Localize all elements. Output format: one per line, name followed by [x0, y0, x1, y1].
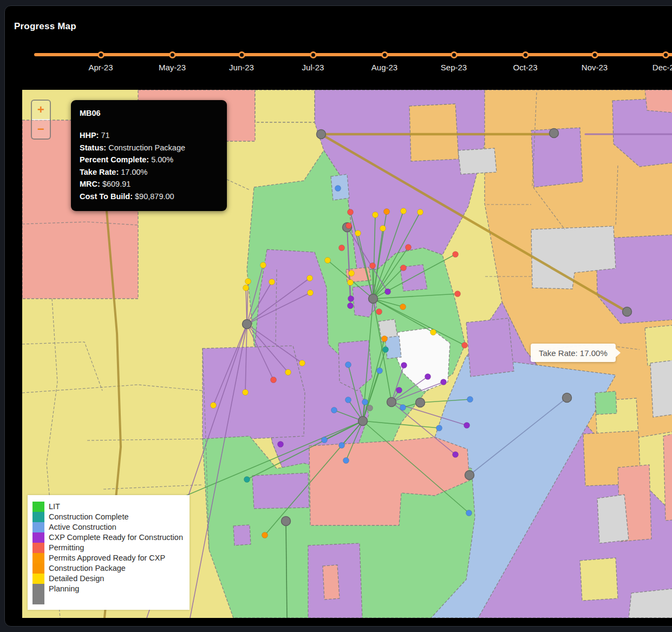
map-point[interactable]: [430, 330, 436, 335]
map-point[interactable]: [401, 208, 407, 214]
map-point[interactable]: [349, 271, 355, 276]
map-point[interactable]: [339, 245, 345, 251]
map-point[interactable]: [396, 387, 402, 393]
map-region[interactable]: [597, 495, 629, 543]
map-point[interactable]: [245, 279, 251, 285]
map-region[interactable]: [645, 325, 672, 366]
map-point[interactable]: [453, 252, 459, 258]
timeline-marker[interactable]: [310, 51, 317, 58]
map-region[interactable]: [595, 391, 617, 414]
map-point[interactable]: [376, 309, 382, 315]
map-point[interactable]: [278, 442, 284, 447]
map-region[interactable]: [255, 90, 315, 122]
map-point[interactable]: [406, 245, 412, 251]
map-point[interactable]: [373, 212, 379, 218]
map-point[interactable]: [335, 186, 341, 192]
map-hub-point[interactable]: [387, 398, 396, 407]
map-point[interactable]: [243, 285, 249, 291]
map-point[interactable]: [322, 437, 328, 443]
map-hub-point[interactable]: [369, 294, 378, 304]
map-point[interactable]: [377, 368, 383, 374]
map-point[interactable]: [348, 209, 354, 215]
map-point[interactable]: [455, 291, 461, 297]
map-point[interactable]: [243, 390, 249, 396]
map-region[interactable]: [466, 318, 514, 377]
map-point[interactable]: [453, 452, 459, 458]
map-point[interactable]: [346, 223, 352, 229]
map-point[interactable]: [348, 303, 354, 309]
map-point[interactable]: [401, 363, 407, 368]
map-hub-point[interactable]: [465, 471, 474, 480]
map-point[interactable]: [417, 209, 423, 215]
zoom-out-button[interactable]: −: [32, 119, 50, 139]
map-hub-point[interactable]: [243, 320, 252, 329]
map-point[interactable]: [436, 425, 442, 431]
map-point[interactable]: [383, 347, 389, 353]
timeline-slider-track[interactable]: [34, 53, 672, 56]
map-point[interactable]: [345, 397, 351, 403]
map-point[interactable]: [348, 296, 354, 302]
map-region[interactable]: [650, 360, 672, 417]
map-point[interactable]: [462, 343, 468, 348]
map-point[interactable]: [307, 275, 313, 281]
timeline-marker[interactable]: [591, 51, 598, 58]
map-hub-point[interactable]: [550, 129, 559, 138]
map-point[interactable]: [384, 209, 390, 215]
map-region[interactable]: [203, 346, 305, 439]
map-point[interactable]: [260, 262, 266, 268]
map-hub-point[interactable]: [282, 517, 291, 526]
map-point[interactable]: [331, 407, 337, 413]
map-point[interactable]: [345, 362, 351, 368]
map-point[interactable]: [467, 397, 473, 403]
map-region[interactable]: [645, 90, 672, 113]
map-point[interactable]: [400, 304, 406, 310]
map-point[interactable]: [382, 336, 388, 342]
map-point[interactable]: [271, 377, 277, 383]
map-point[interactable]: [285, 370, 291, 376]
map-region[interactable]: [323, 565, 340, 600]
map-hub-point[interactable]: [563, 393, 572, 403]
map-point[interactable]: [339, 443, 345, 449]
map-point[interactable]: [355, 231, 361, 236]
map-region[interactable]: [409, 104, 459, 161]
map-point[interactable]: [441, 379, 447, 385]
timeline-marker[interactable]: [238, 51, 245, 58]
timeline-marker[interactable]: [381, 51, 388, 58]
map-point[interactable]: [367, 405, 373, 411]
map-point[interactable]: [425, 374, 431, 380]
map-hub-point[interactable]: [358, 417, 368, 426]
zoom-in-button[interactable]: +: [32, 101, 50, 119]
timeline-marker[interactable]: [662, 51, 669, 58]
map-region[interactable]: [458, 148, 497, 174]
map-point[interactable]: [401, 265, 407, 271]
legend-item-label: Permits Approved Ready for CXP: [49, 553, 165, 563]
map-region[interactable]: [233, 525, 251, 545]
map-hub-point[interactable]: [317, 130, 326, 139]
map-point[interactable]: [348, 280, 354, 286]
timeline-marker[interactable]: [97, 51, 105, 58]
map-point[interactable]: [362, 399, 368, 405]
map-region[interactable]: [580, 558, 618, 601]
map-point[interactable]: [385, 289, 391, 295]
map-point[interactable]: [262, 532, 268, 538]
timeline-marker[interactable]: [522, 51, 529, 58]
map-point[interactable]: [308, 290, 314, 296]
map-hub-point[interactable]: [416, 398, 425, 407]
timeline-marker[interactable]: [451, 51, 458, 58]
legend-swatch: [32, 543, 44, 553]
map-point[interactable]: [380, 226, 386, 232]
map-point[interactable]: [370, 263, 376, 269]
map-point[interactable]: [269, 279, 275, 285]
timeline-marker[interactable]: [169, 51, 176, 58]
map-region[interactable]: [252, 473, 309, 509]
map-hub-point[interactable]: [623, 307, 632, 317]
map-point[interactable]: [299, 360, 305, 366]
map-point[interactable]: [325, 258, 331, 264]
map-point[interactable]: [343, 458, 349, 464]
map-region[interactable]: [629, 589, 672, 618]
map-point[interactable]: [466, 510, 472, 516]
map-point[interactable]: [400, 405, 406, 411]
map-point[interactable]: [244, 477, 250, 483]
map-point[interactable]: [464, 423, 470, 429]
map-point[interactable]: [211, 403, 217, 409]
